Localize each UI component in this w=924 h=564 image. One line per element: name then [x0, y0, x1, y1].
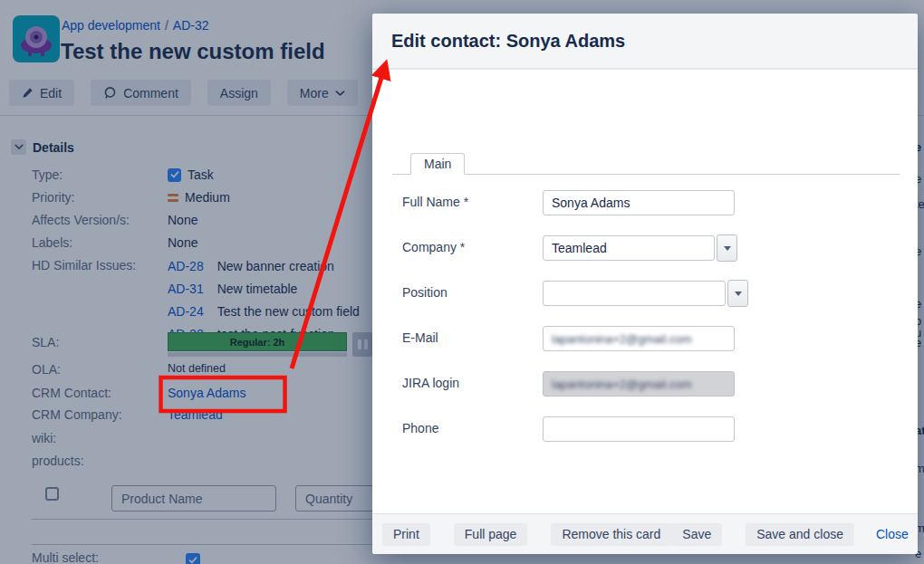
- position-label: Position: [402, 285, 448, 300]
- position-dropdown-button[interactable]: [727, 280, 748, 307]
- full-name-input[interactable]: [543, 190, 735, 215]
- form-row-company: Company * Teamlead: [402, 235, 900, 261]
- email-redacted-value: lapantonina+2@gmail.com: [552, 332, 691, 346]
- phone-label: Phone: [402, 421, 438, 435]
- company-dropdown-button[interactable]: [717, 234, 737, 262]
- edit-contact-dialog: Edit contact: Sonya Adams Main Full Name…: [372, 14, 918, 554]
- form-row-full-name: Full Name *: [402, 190, 900, 215]
- save-button[interactable]: Save: [671, 523, 722, 546]
- close-button[interactable]: Close: [876, 527, 909, 541]
- jira-login-field: lapantonina+2@gmail.com: [543, 371, 735, 397]
- full-page-button[interactable]: Full page: [454, 523, 528, 546]
- full-name-label: Full Name *: [402, 195, 468, 209]
- company-label: Company *: [402, 240, 465, 254]
- form-row-jira-login: JIRA login lapantonina+2@gmail.com: [402, 371, 900, 397]
- jira-login-label: JIRA login: [402, 376, 459, 390]
- form-row-phone: Phone: [402, 416, 900, 442]
- dialog-body: Main Full Name * Company * Teamlead Posi…: [372, 70, 918, 513]
- dialog-title: Edit contact: Sonya Adams: [391, 31, 625, 52]
- dialog-header: Edit contact: Sonya Adams: [372, 14, 918, 70]
- remove-this-card-button[interactable]: Remove this card: [551, 523, 671, 546]
- email-label: E-Mail: [402, 330, 438, 345]
- email-field[interactable]: lapantonina+2@gmail.com: [543, 326, 735, 351]
- caret-down-icon: [735, 292, 742, 296]
- screenshot-stage: App development/AD-32 Test the new custo…: [0, 0, 924, 564]
- position-select[interactable]: [543, 281, 726, 306]
- phone-input[interactable]: [543, 416, 735, 442]
- dialog-footer: Print Full page Remove this card Save Sa…: [372, 513, 918, 554]
- print-button[interactable]: Print: [382, 523, 430, 546]
- form-row-position: Position: [402, 281, 900, 306]
- tabs-row: Main: [392, 154, 900, 175]
- save-and-close-button[interactable]: Save and close: [746, 523, 854, 546]
- form-row-email: E-Mail lapantonina+2@gmail.com: [402, 326, 900, 351]
- caret-down-icon: [724, 246, 731, 251]
- jira-login-redacted-value: lapantonina+2@gmail.com: [552, 378, 691, 391]
- company-select[interactable]: Teamlead: [543, 235, 715, 261]
- tab-main[interactable]: Main: [410, 153, 465, 175]
